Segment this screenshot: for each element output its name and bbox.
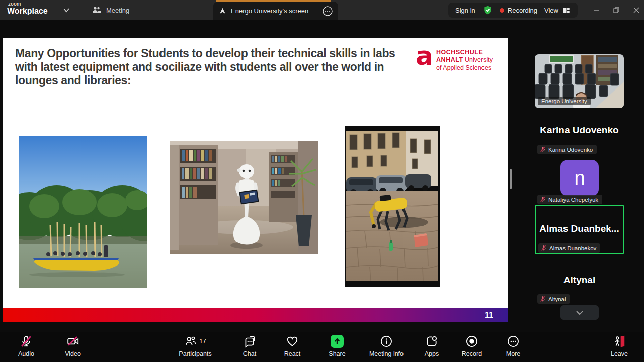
recording-dot-icon	[500, 8, 504, 13]
participants-button[interactable]: 17 Participants	[174, 334, 217, 357]
stage-scrollbar[interactable]	[510, 169, 512, 189]
participants-count: 17	[199, 338, 206, 345]
react-button[interactable]: React	[278, 334, 306, 357]
view-label: View	[544, 7, 558, 14]
workspace-chevron-down-icon[interactable]	[62, 7, 70, 14]
logo-text-small: zoom	[8, 2, 48, 7]
participant-avatar[interactable]: n	[560, 160, 599, 196]
zoom-workplace-logo: zoom Workplace	[7, 2, 48, 15]
view-grid-icon	[562, 6, 571, 15]
audio-button[interactable]: Audio	[12, 334, 40, 357]
restore-icon[interactable]	[613, 7, 620, 14]
people-icon	[92, 6, 102, 15]
meeting-info-button[interactable]: Meeting info	[365, 334, 408, 357]
logo-a-mark: a	[416, 46, 433, 72]
chat-icon	[243, 335, 256, 348]
more-button[interactable]: More	[499, 334, 527, 357]
apps-icon	[425, 335, 438, 348]
logo-text-large: Workplace	[7, 7, 48, 15]
share-screen-icon	[331, 335, 344, 348]
zoom-meeting-window: zoom Workplace Meeting Energo University…	[0, 0, 644, 362]
record-button[interactable]: Record	[456, 334, 488, 357]
participant-video-tile[interactable]: Energo University	[535, 54, 624, 108]
mic-muted-icon	[540, 196, 546, 203]
meeting-tab-label: Meeting	[106, 7, 129, 14]
recording-label: Recording	[508, 7, 537, 14]
share-button[interactable]: Share	[323, 334, 351, 357]
video-off-icon	[66, 335, 80, 348]
meeting-toolbar: Audio Video 17 Participants	[0, 332, 644, 362]
slide-footer-bar: 11	[3, 308, 508, 322]
photo-spot-robot-courtyard	[345, 126, 440, 287]
mic-muted-icon	[540, 296, 546, 302]
screen-share-icon	[218, 7, 227, 15]
record-icon	[465, 335, 478, 348]
window-controls	[593, 0, 640, 20]
slide-title: Many Opportunities for Students to devel…	[15, 47, 408, 87]
view-button[interactable]: View	[544, 6, 571, 15]
sign-in-button[interactable]: Sign in	[455, 7, 475, 14]
titlebar: zoom Workplace Meeting Energo University…	[0, 0, 644, 20]
slide-page-number: 11	[485, 311, 493, 320]
participant-label: Almas Duanbekov	[538, 243, 600, 253]
more-icon	[507, 335, 520, 348]
participants-icon	[184, 335, 197, 348]
participant-big-name[interactable]: Karina Udovenko	[535, 125, 624, 136]
mic-muted-icon	[20, 335, 33, 348]
security-shield-icon[interactable]	[482, 5, 493, 16]
titlebar-status-group: Sign in Recording View	[448, 3, 578, 18]
participant-label: Altynai	[537, 294, 570, 304]
apps-button[interactable]: Apps	[418, 334, 446, 357]
share-tab-label: Energo University's screen	[231, 7, 308, 15]
university-logo: a HOCHSCHULE ANHALT University of Applie…	[416, 46, 493, 72]
minimize-icon[interactable]	[593, 7, 600, 14]
tab-options-icon[interactable]	[322, 6, 333, 17]
leave-button[interactable]: Leave	[605, 334, 633, 357]
photo-students-rowing-boat	[19, 136, 147, 288]
chat-button[interactable]: Chat	[235, 334, 264, 357]
leave-door-icon	[613, 335, 626, 348]
chevron-down-icon	[575, 310, 584, 316]
heart-icon	[286, 335, 299, 348]
logo-wordmark: HOCHSCHULE ANHALT University of Applied …	[436, 46, 493, 72]
video-button[interactable]: Video	[59, 334, 87, 357]
participant-label: Nataliya Chepelyuk	[537, 195, 602, 204]
participant-name-overlay: Energo University	[538, 97, 591, 105]
close-icon[interactable]	[633, 7, 640, 14]
shared-presentation-slide: Many Opportunities for Students to devel…	[3, 38, 508, 322]
tab-meeting[interactable]: Meeting	[87, 0, 134, 20]
photo-pepper-robot-library	[170, 141, 318, 254]
info-icon	[380, 335, 393, 348]
mic-muted-icon	[540, 146, 546, 153]
participants-scroll-down-button[interactable]	[560, 305, 599, 320]
participant-big-name[interactable]: Altynai	[535, 275, 624, 286]
participant-label: Karina Udovenko	[537, 145, 597, 154]
mic-muted-icon	[541, 245, 547, 251]
recording-indicator: Recording	[500, 7, 537, 14]
tab-shared-screen[interactable]: Energo University's screen	[213, 2, 338, 20]
participant-big-name: Almas Duanbek...	[535, 223, 624, 234]
